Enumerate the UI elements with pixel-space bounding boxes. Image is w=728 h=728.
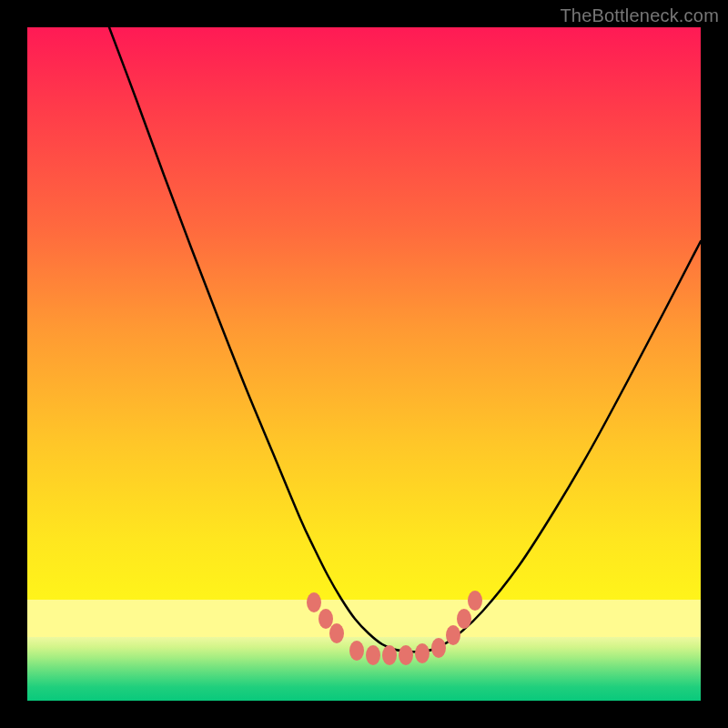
curve-marker bbox=[366, 645, 380, 665]
curve-marker bbox=[349, 641, 364, 661]
curve-marker bbox=[431, 638, 446, 658]
curve-marker bbox=[399, 645, 413, 665]
curve-marker bbox=[446, 625, 460, 645]
curve-markers bbox=[307, 591, 482, 665]
chart-frame: TheBottleneck.com bbox=[0, 0, 728, 728]
plot-area bbox=[27, 27, 701, 701]
curve-marker bbox=[318, 609, 333, 629]
curve-marker bbox=[382, 645, 397, 665]
curve-marker bbox=[415, 643, 430, 663]
curve-marker bbox=[307, 592, 321, 612]
bottleneck-curve bbox=[109, 27, 701, 652]
curve-marker bbox=[329, 623, 344, 643]
curve-layer bbox=[27, 27, 701, 701]
watermark-text: TheBottleneck.com bbox=[560, 5, 719, 26]
curve-marker bbox=[468, 591, 482, 611]
curve-marker bbox=[457, 609, 471, 629]
